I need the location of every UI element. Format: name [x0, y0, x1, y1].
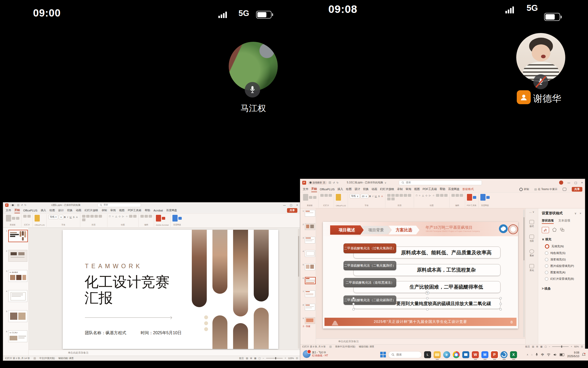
slide-sorter-icon[interactable]: ⊞	[536, 345, 538, 348]
slide-thumbnail-9[interactable]: 9	[301, 317, 315, 324]
tab-help[interactable]: 帮助	[145, 208, 150, 213]
ribbon-button[interactable]	[391, 198, 395, 200]
tray-clock[interactable]: 9:08 2025/5/10	[567, 351, 579, 358]
tab-view[interactable]: 视图	[119, 208, 124, 213]
app-icon-edge[interactable]: e	[443, 351, 450, 358]
slide-thumbnail-4[interactable]: 4	[5, 290, 27, 302]
tab-transitions[interactable]: 切换	[363, 187, 369, 192]
method-label-2[interactable]: 二甲基硫醚氧化法（二氧化氮路径）	[344, 261, 396, 270]
tray-chevron-icon[interactable]: ∧	[527, 353, 528, 356]
tab-design[interactable]: 设计	[58, 208, 64, 213]
tab-file[interactable]: 文件	[303, 187, 308, 192]
effects-icon[interactable]	[552, 227, 557, 233]
ribbon-button[interactable]	[400, 194, 403, 197]
shape-fill-button[interactable]	[436, 194, 439, 197]
slideshow-icon[interactable]: ▢	[544, 345, 547, 348]
panel-collapse-icon[interactable]: ∨	[575, 212, 577, 215]
method-label-3[interactable]: 二甲基硫醚氧化法（造纸黑液法）	[344, 278, 396, 287]
slide-thumbnail-2[interactable]: 2	[5, 250, 27, 262]
ribbon-button[interactable]	[473, 196, 476, 199]
tray-battery-icon[interactable]	[560, 353, 564, 356]
selection-handle[interactable]	[499, 308, 502, 310]
panel-tab-text-options[interactable]: 文本选项	[558, 219, 570, 224]
paste-button[interactable]	[303, 194, 308, 201]
slideshow-icon[interactable]: ▢	[258, 357, 261, 359]
fill-option-pattern[interactable]: 图案填充(A)	[545, 271, 581, 274]
app-icon-widgets[interactable]: L	[424, 351, 431, 358]
shape-outline-button[interactable]	[133, 215, 137, 218]
record-button[interactable]: 录制	[519, 187, 529, 191]
account-avatar[interactable]	[559, 181, 563, 185]
restore-button[interactable]: ▢	[574, 181, 577, 184]
tab-draw[interactable]: 绘图	[346, 187, 352, 192]
tab-baidu-netdisk[interactable]: 百度网盘	[166, 208, 177, 213]
font-name-combo[interactable]: 等线 ∨	[350, 194, 360, 198]
tray-ime-indicator[interactable]: 中	[541, 353, 544, 357]
tab-officeplus[interactable]: OfficePLUS	[23, 208, 37, 213]
ribbon-button[interactable]	[313, 196, 316, 199]
paste-button[interactable]	[6, 215, 11, 222]
zoom-out-icon[interactable]: −	[263, 357, 264, 359]
minimize-button[interactable]: —	[283, 204, 286, 207]
save-icon[interactable]	[17, 204, 19, 206]
method-label-4[interactable]: 二甲基硫醚氧化法（二硫化碳路径）	[344, 296, 396, 305]
search-box[interactable]: 搜索	[98, 203, 141, 207]
tab-baidu-netdisk[interactable]: 百度网盘	[448, 187, 459, 192]
ribbon-button[interactable]	[324, 194, 328, 197]
fill-option-background[interactable]: 幻灯片背景填充(B)	[545, 277, 581, 281]
autosave-toggle[interactable]: 自动保存 关	[308, 181, 327, 185]
redo-icon[interactable]: ↻	[336, 181, 338, 184]
ribbon-button[interactable]	[94, 215, 98, 218]
normal-view-icon[interactable]: ▤	[246, 357, 248, 359]
maximize-button[interactable]: ▢	[290, 204, 292, 207]
slide-thumbnail-5[interactable]: 5	[5, 310, 27, 322]
ribbon-button[interactable]	[387, 194, 391, 197]
undo-icon[interactable]: ↺	[333, 181, 335, 184]
selection-handle[interactable]	[352, 308, 355, 310]
minimize-button[interactable]: —	[567, 181, 570, 184]
slide-sorter-icon[interactable]: ⊞	[250, 357, 252, 359]
language-indicator[interactable]: 中文(中国大陆)	[39, 357, 55, 360]
comments-button[interactable]: 批注	[239, 357, 244, 360]
slide-1-title-slide[interactable]: TEAMWORK 化工设计竞赛 汇报 团队名称：砜基方程式 时间：2025年5月…	[63, 230, 278, 349]
vertical-scrollbar[interactable]	[298, 229, 299, 349]
tab-home[interactable]: 开始	[14, 208, 20, 213]
tab-insert[interactable]: 插入	[41, 208, 46, 213]
tab-slideshow[interactable]: 幻灯片放映	[85, 208, 98, 213]
fill-option-solid[interactable]: 纯色填充(S)	[545, 251, 581, 255]
ribbon-button[interactable]	[16, 217, 19, 220]
slide-thumbnail-8[interactable]: 8	[301, 304, 315, 310]
ribbon-button[interactable]	[408, 194, 411, 197]
notes-pane-right[interactable]: 单击此处添加备注	[316, 338, 525, 344]
fit-to-window-icon[interactable]: ⊡	[581, 345, 583, 348]
replace-button[interactable]	[145, 215, 148, 218]
zoom-slider[interactable]	[552, 346, 569, 347]
line-section-header[interactable]: > 线条	[542, 287, 581, 291]
close-button[interactable]: ×	[581, 181, 583, 184]
app-icon-excel[interactable]: X	[510, 351, 517, 358]
selection-handle[interactable]	[352, 297, 355, 299]
fill-option-picture[interactable]: 图片或纹理填充(P)	[545, 264, 581, 268]
tab-acrobat[interactable]: Acrobat	[154, 208, 163, 213]
save-to-netdisk-button[interactable]	[480, 194, 486, 201]
plugin-item-page[interactable]: 当页	[529, 235, 534, 243]
ribbon-button[interactable]	[336, 194, 341, 201]
present-in-teams-button[interactable]: 在 Teams 中展示	[534, 187, 557, 191]
new-slide-button[interactable]	[23, 215, 27, 218]
tab-transitions[interactable]: 切换	[67, 208, 73, 213]
find-button[interactable]	[140, 215, 144, 218]
zoom-slider[interactable]	[266, 358, 283, 358]
language-indicator[interactable]: 简体中文(中国大陆)	[335, 345, 355, 348]
save-icon[interactable]	[329, 181, 331, 184]
ribbon-button[interactable]	[391, 194, 395, 197]
collapse-icon[interactable]: … ∨	[529, 210, 534, 213]
tab-slideshow[interactable]: 幻灯片放映	[380, 187, 394, 192]
panel-tab-shape-options[interactable]: 形状选项	[542, 219, 554, 224]
slide-thumbnail-1[interactable]: 1	[5, 230, 28, 242]
shape-fill-button[interactable]	[129, 215, 132, 218]
redo-icon[interactable]: ↻	[25, 204, 27, 206]
fit-to-window-icon[interactable]: ⊡	[296, 357, 298, 359]
plugin-item-layout[interactable]: 版式	[529, 220, 534, 228]
fill-section-header[interactable]: ∨ 填充	[542, 237, 581, 242]
ribbon-button[interactable]	[12, 217, 15, 220]
